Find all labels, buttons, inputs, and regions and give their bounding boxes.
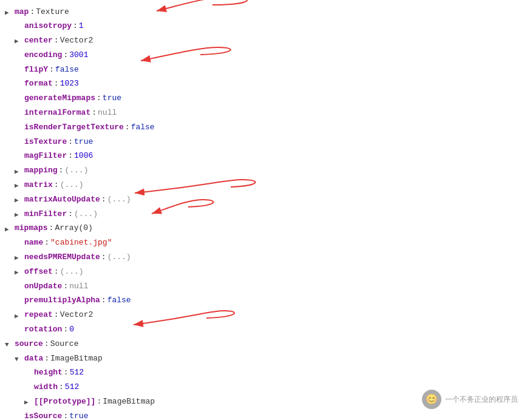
tree-line[interactable]: source: Source xyxy=(0,337,530,351)
colon-separator: : xyxy=(44,338,49,351)
property-key: offset xyxy=(24,266,53,279)
tree-line[interactable]: matrix: (...) xyxy=(0,178,530,193)
tree-toggle[interactable] xyxy=(5,225,13,233)
colon-separator: : xyxy=(68,150,73,163)
property-value: Vector2 xyxy=(60,35,93,47)
property-value: ImageBitmap xyxy=(50,353,103,365)
colon-separator: : xyxy=(30,6,35,19)
property-value: (...) xyxy=(64,164,88,177)
tree-line[interactable]: mapping: (...) xyxy=(0,164,530,178)
property-key: premultiplyAlpha xyxy=(24,294,100,307)
property-key: flipY xyxy=(24,64,48,76)
tree-line[interactable]: offset: (...) xyxy=(0,265,530,279)
property-value: Source xyxy=(50,338,79,351)
tree-line: anisotropy: 1 xyxy=(0,19,530,34)
tree-line[interactable]: minFilter: (...) xyxy=(0,207,530,222)
property-key: mapping xyxy=(24,164,58,177)
property-key: matrix xyxy=(24,179,53,192)
property-value: false xyxy=(131,121,155,134)
property-value: null xyxy=(98,107,117,120)
property-value: Vector2 xyxy=(60,309,93,322)
colon-separator: : xyxy=(54,309,59,322)
property-value: (...) xyxy=(60,179,84,192)
tree-toggle[interactable] xyxy=(15,268,23,276)
property-value: (...) xyxy=(107,251,131,264)
property-key: height xyxy=(34,367,63,379)
tree-line: isRenderTargetTexture: false xyxy=(0,120,530,135)
watermark-icon: 😊 xyxy=(422,390,441,409)
tree-toggle[interactable] xyxy=(5,340,13,348)
property-value: Texture xyxy=(36,6,69,19)
tree-line: isTexture: true xyxy=(0,135,530,149)
colon-separator: : xyxy=(73,20,78,33)
tree-toggle[interactable] xyxy=(15,195,23,204)
property-key: generateMipmaps xyxy=(24,92,95,105)
tree-line[interactable]: center: Vector2 xyxy=(0,34,530,49)
colon-separator: : xyxy=(49,222,54,235)
tree-line[interactable]: mipmaps: Array(0) xyxy=(0,222,530,236)
property-key: rotation xyxy=(24,323,62,336)
property-value: (...) xyxy=(60,266,84,279)
tree-toggle[interactable] xyxy=(15,36,23,45)
property-value: 0 xyxy=(69,323,74,336)
colon-separator: : xyxy=(97,92,101,105)
colon-separator: : xyxy=(101,194,106,206)
tree-toggle[interactable] xyxy=(5,8,13,16)
property-key: onUpdate xyxy=(24,280,62,293)
property-key: encoding xyxy=(24,49,62,62)
colon-separator: : xyxy=(64,367,69,379)
tree-line: name: "cabinet.jpg" xyxy=(0,236,530,251)
tree-line[interactable]: map: Texture xyxy=(0,5,530,19)
property-value: false xyxy=(107,294,131,307)
property-key: isRenderTargetTexture xyxy=(24,121,124,134)
property-key: map xyxy=(15,6,29,19)
property-value: 1006 xyxy=(74,150,93,163)
property-value: (...) xyxy=(74,208,98,221)
colon-separator: : xyxy=(54,35,59,47)
tree-toggle[interactable] xyxy=(15,181,23,189)
tree-line: magFilter: 1006 xyxy=(0,149,530,164)
tree-line[interactable]: repeat: Vector2 xyxy=(0,308,530,323)
tree-line: isSource: true xyxy=(0,409,530,420)
watermark-text: 一个不务正业的程序员 xyxy=(445,395,518,405)
tree-line: generateMipmaps: true xyxy=(0,92,530,106)
colon-separator: : xyxy=(68,136,73,149)
tree-toggle[interactable] xyxy=(24,398,33,406)
colon-separator: : xyxy=(101,294,106,307)
tree-toggle[interactable] xyxy=(15,253,23,262)
colon-separator: : xyxy=(49,64,54,76)
watermark: 😊 一个不务正业的程序员 xyxy=(422,390,518,409)
property-value: "cabinet.jpg" xyxy=(50,237,112,249)
tree-line: rotation: 0 xyxy=(0,323,530,337)
property-key: data xyxy=(24,353,43,365)
property-value: 512 xyxy=(70,367,84,379)
colon-separator: : xyxy=(68,208,73,221)
property-key: minFilter xyxy=(24,208,67,221)
colon-separator: : xyxy=(59,381,64,394)
colon-separator: : xyxy=(44,353,49,365)
tree-toggle[interactable] xyxy=(15,167,23,175)
property-key: isTexture xyxy=(24,136,67,149)
colon-separator: : xyxy=(44,237,49,249)
property-value: 1 xyxy=(79,20,84,33)
tree-line[interactable]: matrixAutoUpdate: (...) xyxy=(0,192,530,207)
tree-line: flipY: false xyxy=(0,63,530,77)
colon-separator: : xyxy=(125,121,130,134)
colon-separator: : xyxy=(63,49,68,62)
property-key: matrixAutoUpdate xyxy=(24,194,100,206)
tree-toggle[interactable] xyxy=(15,311,23,320)
colon-separator: : xyxy=(54,179,59,192)
property-key: anisotropy xyxy=(24,20,72,33)
tree-toggle[interactable] xyxy=(15,210,23,218)
tree-line[interactable]: needsPMREMUpdate: (...) xyxy=(0,251,530,265)
property-key: [[Prototype]] xyxy=(34,396,95,408)
tree-line: onUpdate: null xyxy=(0,279,530,294)
tree-line: height: 512 xyxy=(0,366,530,381)
property-value: true xyxy=(103,92,121,105)
property-value: 3001 xyxy=(69,49,88,62)
tree-toggle[interactable] xyxy=(15,354,23,363)
tree-container: map: Textureanisotropy: 1center: Vector2… xyxy=(0,5,530,420)
property-key: mipmaps xyxy=(15,222,48,235)
tree-line[interactable]: data: ImageBitmap xyxy=(0,351,530,366)
tree-line: encoding: 3001 xyxy=(0,48,530,63)
